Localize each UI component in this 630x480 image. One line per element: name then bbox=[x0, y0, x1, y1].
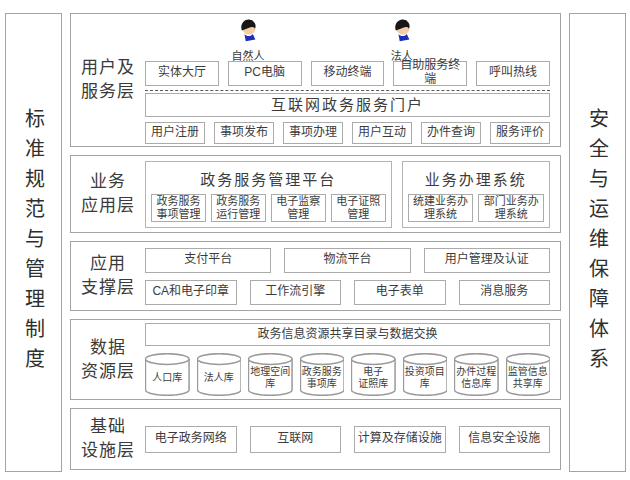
subsystem-box: 电子证照 管理 bbox=[331, 194, 386, 222]
infra-box: 信息安全设施 bbox=[459, 426, 551, 453]
actor-natural-person-label: 自然人 bbox=[231, 47, 264, 63]
layer-user-service-label: 用户及 服务层 bbox=[71, 56, 145, 104]
right-pillar-label: 安全与运维保障体系 bbox=[588, 108, 608, 378]
terminal-box: 呼叫热线 bbox=[476, 61, 550, 86]
group-service-mgmt-title: 政务服务管理平台 bbox=[151, 165, 386, 194]
group-business-handling-title: 业务办理系统 bbox=[408, 165, 544, 194]
support-box: 消息服务 bbox=[459, 280, 551, 305]
terminal-box: PC电脑 bbox=[228, 61, 302, 86]
terminal-box: 自助服务终端 bbox=[393, 61, 467, 86]
feature-box: 用户注册 bbox=[145, 122, 205, 144]
database-label: 监管信息 共享库 bbox=[506, 359, 551, 396]
layer-business-app-label: 业务 应用层 bbox=[71, 170, 145, 218]
layer-business-app: 业务 应用层 政务服务管理平台 政务服务 事项管理 政务服务 运行管理 电子监察… bbox=[70, 155, 561, 233]
layer-business-app-content: 政务服务管理平台 政务服务 事项管理 政务服务 运行管理 电子监察 管理 电子证… bbox=[145, 161, 560, 228]
database-cylinder: 投资项目 库 bbox=[403, 353, 448, 396]
group-business-handling-items: 统建业务办理系统 部门业务办理系统 bbox=[408, 194, 544, 222]
layer-stack: 用户及 服务层 自然人 bbox=[70, 13, 561, 472]
feature-box: 办件查询 bbox=[421, 122, 481, 144]
database-label: 电子 证照库 bbox=[351, 359, 396, 396]
layer-app-support-content: 支付平台 物流平台 用户管理及认证 CA和电子印章 工作流引擎 电子表单 消息服… bbox=[145, 248, 560, 305]
terminal-row: 实体大厅 PC电脑 移动终端 自助服务终端 呼叫热线 bbox=[145, 61, 550, 86]
left-pillar-label: 标准规范与管理制度 bbox=[24, 108, 44, 378]
support-box: 支付平台 bbox=[145, 248, 271, 273]
subsystem-box: 部门业务办理系统 bbox=[478, 194, 544, 222]
person-icon bbox=[237, 17, 258, 46]
database-cylinder: 电子 证照库 bbox=[351, 353, 396, 396]
feature-box: 事项发布 bbox=[214, 122, 274, 144]
support-box: CA和电子印章 bbox=[145, 280, 237, 305]
subsystem-box: 电子监察 管理 bbox=[271, 194, 326, 222]
infra-row: 电子政务网络 互联网 计算及存储设施 信息安全设施 bbox=[145, 426, 550, 453]
database-label: 办件过程 信息库 bbox=[454, 359, 499, 396]
layer-infrastructure: 基础 设施层 电子政务网络 互联网 计算及存储设施 信息安全设施 bbox=[70, 408, 561, 470]
feature-row: 用户注册 事项发布 事项办理 用户互动 办件查询 服务评价 bbox=[145, 122, 550, 144]
infra-box: 电子政务网络 bbox=[145, 426, 237, 453]
portal-box: 互联网政务服务门户 bbox=[145, 93, 550, 117]
layer-data-resource-content: 政务信息资源共享目录与数据交换 人口库 法人库 地理空间 库 bbox=[145, 323, 560, 396]
right-pillar-security-ops: 安全与运维保障体系 bbox=[569, 13, 626, 472]
left-pillar-standards: 标准规范与管理制度 bbox=[5, 13, 62, 472]
layer-user-service-content: 自然人 法人 bbox=[145, 17, 560, 144]
support-box: 物流平台 bbox=[284, 248, 410, 273]
support-box: 用户管理及认证 bbox=[424, 248, 550, 273]
layer-infrastructure-content: 电子政务网络 互联网 计算及存储设施 信息安全设施 bbox=[145, 426, 560, 453]
dashed-divider bbox=[145, 90, 550, 91]
infra-box: 互联网 bbox=[250, 426, 342, 453]
layer-app-support: 应用 支撑层 支付平台 物流平台 用户管理及认证 CA和电子印章 工作流引擎 电… bbox=[70, 241, 561, 311]
support-box: 电子表单 bbox=[354, 280, 446, 305]
subsystem-box: 政务服务 运行管理 bbox=[211, 194, 266, 222]
terminal-box: 实体大厅 bbox=[145, 61, 219, 86]
database-label: 人口库 bbox=[145, 359, 190, 396]
support-row-2: CA和电子印章 工作流引擎 电子表单 消息服务 bbox=[145, 280, 550, 305]
actor-legal-person: 法人 bbox=[372, 17, 432, 63]
database-cylinder: 政务服务 事项库 bbox=[300, 353, 345, 396]
database-label: 政务服务 事项库 bbox=[300, 359, 345, 396]
data-exchange-box: 政务信息资源共享目录与数据交换 bbox=[145, 323, 550, 346]
database-label: 地理空间 库 bbox=[248, 359, 293, 396]
layer-app-support-label: 应用 支撑层 bbox=[71, 252, 145, 300]
database-cylinder: 人口库 bbox=[145, 353, 190, 396]
database-cylinder: 法人库 bbox=[197, 353, 242, 396]
feature-box: 服务评价 bbox=[490, 122, 550, 144]
infra-box: 计算及存储设施 bbox=[354, 426, 446, 453]
support-row-1: 支付平台 物流平台 用户管理及认证 bbox=[145, 248, 550, 273]
terminal-box: 移动终端 bbox=[311, 61, 385, 86]
person-icon bbox=[391, 17, 412, 46]
group-service-mgmt-platform: 政务服务管理平台 政务服务 事项管理 政务服务 运行管理 电子监察 管理 电子证… bbox=[145, 161, 392, 228]
actors-row: 自然人 法人 bbox=[145, 17, 550, 61]
database-label: 法人库 bbox=[197, 359, 242, 396]
database-cylinder: 地理空间 库 bbox=[248, 353, 293, 396]
subsystem-box: 统建业务办理系统 bbox=[408, 194, 474, 222]
database-cylinder: 办件过程 信息库 bbox=[454, 353, 499, 396]
layer-infrastructure-label: 基础 设施层 bbox=[71, 415, 145, 463]
layer-data-resource-label: 数据 资源层 bbox=[71, 336, 145, 384]
layer-user-service: 用户及 服务层 自然人 bbox=[70, 13, 561, 147]
group-service-mgmt-items: 政务服务 事项管理 政务服务 运行管理 电子监察 管理 电子证照 管理 bbox=[151, 194, 386, 222]
architecture-diagram: 标准规范与管理制度 用户及 服务层 bbox=[0, 0, 630, 480]
database-cylinder: 监管信息 共享库 bbox=[506, 353, 551, 396]
actor-legal-person-label: 法人 bbox=[391, 47, 413, 63]
database-label: 投资项目 库 bbox=[403, 359, 448, 396]
feature-box: 事项办理 bbox=[283, 122, 343, 144]
actor-natural-person: 自然人 bbox=[218, 17, 278, 63]
subsystem-box: 政务服务 事项管理 bbox=[151, 194, 206, 222]
feature-box: 用户互动 bbox=[352, 122, 412, 144]
database-row: 人口库 法人库 地理空间 库 政务服务 事项库 bbox=[145, 353, 550, 396]
group-business-handling: 业务办理系统 统建业务办理系统 部门业务办理系统 bbox=[402, 161, 550, 228]
layer-data-resource: 数据 资源层 政务信息资源共享目录与数据交换 人口库 法人库 地理空间 库 bbox=[70, 319, 561, 400]
support-box: 工作流引擎 bbox=[250, 280, 342, 305]
